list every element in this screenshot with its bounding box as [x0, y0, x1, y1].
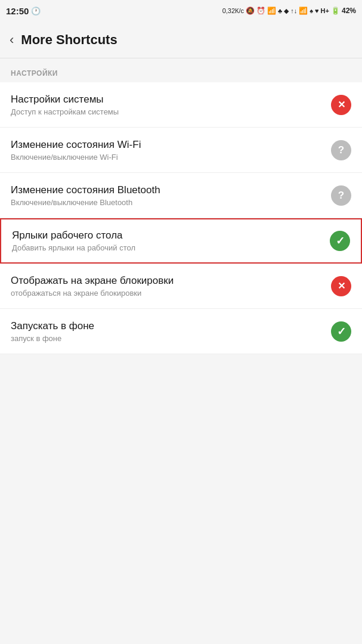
status-spade-icon: ♠	[310, 7, 313, 14]
status-bar-left: 12:50 🕐	[6, 6, 41, 16]
status-clubs-icon: ♣	[278, 7, 282, 14]
list-item[interactable]: Настройки системыДоступ к настройкам сис…	[0, 82, 362, 128]
status-alarm-icon2: ⏰	[256, 7, 265, 15]
list-item-text: Запускать в фонезапуск в фоне	[11, 320, 325, 343]
status-network-icon: H+	[321, 7, 329, 14]
status-battery-percent: 42%	[342, 7, 356, 15]
list-item-title: Изменение состояния Wi-Fi	[11, 139, 325, 151]
status-icon-red	[331, 95, 351, 115]
page-title: More Shortcuts	[21, 32, 117, 48]
status-icon-gray	[331, 140, 351, 160]
x-icon	[338, 280, 345, 292]
status-bar-right: 0,32К/с 🔕 ⏰ 📶 ♣ ◆ ↑↓ 📶 ♠ ♥ H+ 🔋 42%	[222, 7, 356, 15]
list-item-text: Настройки системыДоступ к настройкам сис…	[11, 94, 325, 116]
status-icon-green	[330, 231, 350, 251]
status-wifi-icon: 📶	[267, 7, 276, 15]
list-item[interactable]: Запускать в фонезапуск в фоне	[0, 309, 362, 354]
status-icon-green	[331, 321, 351, 342]
list-item-subtitle: запуск в фоне	[11, 334, 325, 343]
list-item-title: Запускать в фоне	[11, 320, 325, 332]
header: ‹ More Shortcuts	[0, 21, 362, 58]
list-item-text: Ярлыки рабочего столаДобавить ярлыки на …	[12, 230, 324, 252]
list-item-subtitle: отображаться на экране блокировки	[11, 289, 325, 298]
status-diamond-icon: ◆	[284, 7, 289, 15]
list-item-title: Ярлыки рабочего стола	[12, 230, 324, 242]
status-data-speed: 0,32К/с	[222, 7, 244, 14]
list-item-text: Изменение состояния Wi-FiВключение/выклю…	[11, 139, 325, 162]
list-item-title: Настройки системы	[11, 94, 325, 106]
status-time: 12:50	[6, 6, 29, 16]
list-item[interactable]: Изменение состояния BluetoothВключение/в…	[0, 173, 362, 218]
list-item[interactable]: Изменение состояния Wi-FiВключение/выклю…	[0, 128, 362, 173]
list-item-subtitle: Доступ к настройкам системы	[11, 107, 325, 116]
status-battery-icon: 🔋	[331, 7, 340, 15]
question-icon	[338, 144, 344, 156]
section-label: НАСТРОЙКИ	[0, 58, 362, 82]
list-item-text: Отображать на экране блокировкиотображат…	[11, 275, 325, 298]
question-icon	[338, 190, 344, 202]
list-item-title: Изменение состояния Bluetooth	[11, 184, 325, 196]
status-heart-icon: ♥	[315, 7, 319, 14]
status-signal-icon: 📶	[299, 7, 308, 15]
settings-list: Настройки системыДоступ к настройкам сис…	[0, 82, 362, 354]
list-item-subtitle: Включение/выключение Bluetooth	[11, 198, 325, 207]
status-bar: 12:50 🕐 0,32К/с 🔕 ⏰ 📶 ♣ ◆ ↑↓ 📶 ♠ ♥ H+ 🔋 …	[0, 0, 362, 21]
list-item[interactable]: Ярлыки рабочего столаДобавить ярлыки на …	[0, 218, 362, 264]
status-icon-gray	[331, 185, 351, 206]
back-button[interactable]: ‹	[10, 33, 14, 47]
check-icon	[336, 234, 345, 247]
list-item[interactable]: Отображать на экране блокировкиотображат…	[0, 264, 362, 309]
list-item-subtitle: Включение/выключение Wi-Fi	[11, 153, 325, 162]
status-icon-red	[331, 276, 351, 296]
list-item-title: Отображать на экране блокировки	[11, 275, 325, 287]
check-icon	[337, 325, 346, 338]
status-arrows-icon: ↑↓	[290, 7, 297, 14]
status-alarm-icon: 🕐	[31, 7, 41, 16]
list-item-subtitle: Добавить ярлыки на рабочий стол	[12, 243, 324, 252]
x-icon	[338, 99, 345, 110]
list-item-text: Изменение состояния BluetoothВключение/в…	[11, 184, 325, 207]
status-mute-icon: 🔕	[246, 7, 255, 15]
